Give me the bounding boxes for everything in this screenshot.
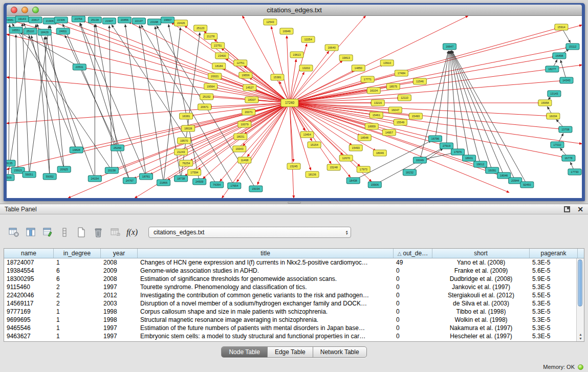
scrollbar-thumb[interactable] xyxy=(578,259,582,307)
column-header-pagerank[interactable]: pagerank xyxy=(530,249,578,258)
graph-node[interactable]: 20158 xyxy=(105,167,118,173)
table-row[interactable]: 946554611997Estimation of the future num… xyxy=(4,324,576,332)
scrollbar-arrows[interactable]: ▲ ▼ xyxy=(577,333,584,341)
graph-node[interactable]: 19813 xyxy=(339,55,353,61)
graph-node[interactable]: 12543 xyxy=(264,19,277,25)
graph-node[interactable]: 25110 xyxy=(24,28,37,34)
table-row[interactable]: 977716911998Corpus callosum shape and si… xyxy=(4,308,576,316)
graph-node[interactable]: 15248 xyxy=(327,164,340,170)
graph-node[interactable]: 14850 xyxy=(352,65,365,71)
graph-node[interactable]: 16949 xyxy=(280,28,293,34)
graph-node[interactable]: 18277 xyxy=(546,66,559,72)
graph-node[interactable]: 18232 xyxy=(403,169,416,176)
graph-node[interactable]: 18761 xyxy=(139,173,153,180)
graph-node[interactable]: 19343 xyxy=(233,146,246,152)
graph-node[interactable]: 13454 xyxy=(300,132,314,138)
graph-node[interactable]: 17594 xyxy=(188,169,201,176)
graph-node[interactable]: 18031 xyxy=(234,134,247,140)
graph-node[interactable]: 20925 xyxy=(57,166,71,172)
graph-node[interactable]: 25260 xyxy=(111,145,124,151)
graph-node[interactable]: 13143 xyxy=(548,91,561,97)
graph-node[interactable]: 15461 xyxy=(369,112,383,118)
graph-node[interactable]: 20817 xyxy=(29,17,42,23)
graph-node[interactable]: 16778 xyxy=(562,155,575,161)
column-header-out-de-[interactable]: △out_de… xyxy=(394,249,432,258)
graph-node[interactable]: 15034 xyxy=(249,186,263,192)
graph-node[interactable]: 17654 xyxy=(228,183,241,189)
graph-node[interactable]: 19556 xyxy=(239,72,252,78)
minimize-window-button[interactable] xyxy=(21,7,28,13)
window-titlebar[interactable]: citations_edges.txt xyxy=(7,5,582,16)
column-header-name[interactable]: name xyxy=(4,249,54,258)
graph-node[interactable]: 25152 xyxy=(200,94,213,100)
graph-node[interactable]: 20531 xyxy=(73,64,86,70)
column-header-short[interactable]: short xyxy=(432,249,530,258)
graph-node[interactable]: 17010 xyxy=(551,142,564,148)
table-options-button[interactable] xyxy=(7,226,20,239)
table-row[interactable]: 1830029562008Estimation of significance … xyxy=(4,275,576,283)
graph-node[interactable]: 11546 xyxy=(413,78,426,84)
graph-node[interactable]: 27919 xyxy=(440,143,453,149)
row-edit-button[interactable] xyxy=(41,226,54,239)
graph-node[interactable]: 76254 xyxy=(180,160,193,166)
graph-node[interactable]: 15381 xyxy=(271,74,284,80)
graph-node[interactable]: 20071 xyxy=(242,109,255,115)
graph-node[interactable]: 15906 xyxy=(368,182,381,188)
close-panel-icon[interactable]: ✕ xyxy=(577,206,583,213)
graph-node[interactable]: 18738 xyxy=(175,176,188,182)
graph-node[interactable]: 16034 xyxy=(547,113,560,119)
column-header-in-degree[interactable]: in_degree xyxy=(54,249,101,258)
graph-node[interactable]: 18046 xyxy=(373,150,386,156)
graph-node[interactable]: 22426 xyxy=(175,20,188,26)
graph-node[interactable]: 13216 xyxy=(371,100,384,106)
graph-node[interactable]: 18184 xyxy=(212,63,226,69)
graph-node[interactable]: 24509 xyxy=(193,179,206,185)
graph-node[interactable]: 59052 xyxy=(43,173,56,180)
graph-node[interactable]: 16049 xyxy=(413,157,426,163)
graph-node[interactable]: 12254 xyxy=(301,36,315,42)
graph-node[interactable]: 17484 xyxy=(395,70,408,76)
graph-node[interactable]: 18429 xyxy=(38,29,51,35)
table-row[interactable]: 1938455462009Genome-wide association stu… xyxy=(4,267,576,275)
graph-node[interactable]: 18548 xyxy=(358,135,371,141)
graph-node[interactable]: 20671 xyxy=(198,104,211,110)
graph-node[interactable]: 15493 xyxy=(409,113,422,119)
graph-node[interactable]: 16898 xyxy=(553,53,566,59)
graph-node[interactable]: 16104 xyxy=(367,87,380,94)
network-graph[interactable]: 2468119143208172190616551251101842922306… xyxy=(7,16,582,198)
graph-node[interactable]: 18438 xyxy=(346,178,360,184)
graph-node[interactable]: 76354 xyxy=(210,182,224,188)
graph-node[interactable]: 12110 xyxy=(398,95,411,101)
graph-node[interactable]: 13202 xyxy=(299,65,313,71)
graph-node[interactable]: 18028 xyxy=(182,125,195,132)
graph-node[interactable]: 24681 xyxy=(7,17,16,23)
graph-node[interactable]: 10079 xyxy=(238,121,251,127)
graph-node[interactable]: 22306 xyxy=(54,17,68,23)
float-panel-icon[interactable] xyxy=(564,206,570,212)
graph-node[interactable]: 19613 xyxy=(290,52,303,58)
graph-node[interactable]: 19570 xyxy=(178,138,191,144)
graph-node[interactable]: 22137 xyxy=(132,18,145,24)
table-body[interactable]: 1872400712008Changes of HCN gene express… xyxy=(4,258,576,341)
graph-node[interactable]: 16091 xyxy=(486,167,499,173)
close-window-button[interactable] xyxy=(11,7,17,13)
graph-node[interactable]: 23754 xyxy=(72,16,85,22)
graph-node[interactable]: 21243 xyxy=(175,149,188,155)
graph-node[interactable]: 18959 xyxy=(365,123,378,129)
graph-node[interactable]: 23198 xyxy=(147,19,161,25)
graph-node[interactable]: 25123 xyxy=(194,25,207,31)
table-row[interactable]: 2242004622012Investigating the contribut… xyxy=(4,291,576,299)
table-row[interactable]: 911546021997Tourette syndrome. Phenomeno… xyxy=(4,283,576,291)
graph-node[interactable]: 21866 xyxy=(157,180,170,186)
graph-node[interactable]: 15154 xyxy=(308,142,321,148)
vertical-scrollbar[interactable]: ▲ ▼ xyxy=(576,258,584,341)
graph-node[interactable]: 14957 xyxy=(382,129,396,136)
graph-node[interactable]: 21278 xyxy=(204,33,217,39)
graph-node[interactable]: 17976 xyxy=(451,149,465,155)
graph-node[interactable]: 16381 xyxy=(180,113,193,119)
graph-node[interactable]: 16640 xyxy=(325,45,338,51)
graph-node[interactable]: 18136 xyxy=(306,171,319,178)
network-canvas[interactable]: 2468119143208172190616551251101842922306… xyxy=(7,16,582,198)
rows-button[interactable] xyxy=(58,226,71,239)
graph-node[interactable]: 24154 xyxy=(88,176,101,182)
